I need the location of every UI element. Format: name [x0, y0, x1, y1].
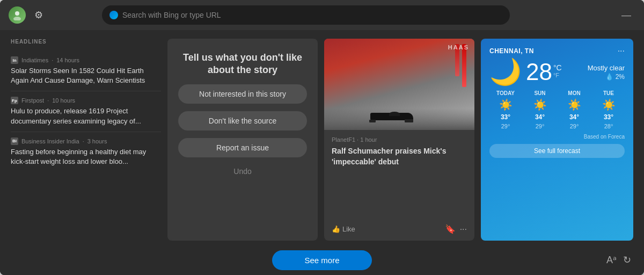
news-source-3: BI Business Insider India · 3 hours: [11, 138, 161, 145]
weather-desc-block: Mostly clear 💧 2%: [588, 64, 625, 81]
source-icon-3: BI: [11, 138, 18, 145]
bing-icon: [109, 11, 118, 19]
f1-card-image: HAAS: [324, 39, 474, 130]
headlines-panel: HEADLINES In Indiatimes · 14 hours Solar…: [11, 39, 161, 241]
source-name-3: Business Insider India: [21, 138, 79, 144]
like-icon: 👍: [332, 225, 340, 233]
f1-title: Ralf Schumacher praises Mick's 'impeccab…: [332, 146, 467, 219]
forecast-icon-3: ☀️: [602, 98, 616, 111]
news-source-2: Fp Firstpost · 10 hours: [11, 97, 161, 104]
minimize-button[interactable]: —: [617, 8, 635, 23]
refresh-icon[interactable]: ↻: [623, 254, 631, 266]
weather-description: Mostly clear: [588, 64, 625, 72]
not-interested-button[interactable]: Not interested in this story: [178, 84, 307, 104]
weather-source-text: Based on Foreca: [489, 134, 625, 140]
f1-bookmark-button[interactable]: 🔖: [445, 224, 456, 234]
f1-actions: 👍 Like 🔖 ···: [332, 224, 467, 234]
search-placeholder: Search with Bing or type URL: [122, 11, 221, 19]
svg-point-0: [15, 11, 19, 16]
top-bar: ⚙ Search with Bing or type URL —: [0, 0, 644, 30]
f1-actions-right: 🔖 ···: [445, 224, 467, 234]
source-time-val-2: 10 hours: [52, 97, 75, 104]
f1-news-card[interactable]: HAAS PlanetF1 · 1 hour Ralf Schumacher p…: [324, 39, 474, 241]
source-name-2: Firstpost: [21, 97, 44, 104]
forecast-label-0: TODAY: [496, 90, 515, 96]
weather-main: 🌙 28 °C °F Mostly clear 💧 2%: [489, 59, 625, 85]
news-item-2[interactable]: Fp Firstpost · 10 hours Hulu to produce,…: [11, 91, 161, 132]
source-icon-2: Fp: [11, 97, 18, 104]
weather-header: CHENNAI, TN ···: [489, 46, 625, 56]
news-title-2: Hulu to produce, release 1619 Project do…: [11, 106, 161, 126]
weather-panel: CHENNAI, TN ··· 🌙 28 °C °F Mostly clear: [481, 39, 633, 241]
forecast-high-0: 33°: [501, 113, 510, 121]
news-title-3: Fasting before beginning a healthy diet …: [11, 147, 161, 167]
feedback-card: Tell us what you don't like about the st…: [167, 39, 318, 241]
source-time-val-3: 3 hours: [87, 138, 107, 144]
news-title-1: Solar Storms Seen In 1582 Could Hit Eart…: [11, 66, 161, 85]
report-issue-button[interactable]: Report an issue: [178, 138, 307, 157]
forecast-high-1: 34°: [535, 113, 545, 121]
forecast-mon: MON ☀️ 34° 29°: [558, 90, 590, 129]
see-full-forecast-button[interactable]: See full forecast: [489, 144, 625, 158]
see-more-button[interactable]: See more: [272, 250, 371, 270]
forecast-low-2: 29°: [570, 123, 579, 129]
forecast-tue: TUE ☀️ 33° 28°: [592, 90, 625, 129]
feedback-title: Tell us what you don't like about the st…: [178, 52, 307, 77]
forecast-label-3: TUE: [603, 90, 614, 96]
f1-card-body: PlanetF1 · 1 hour Ralf Schumacher praise…: [324, 130, 474, 241]
svg-point-1: [13, 17, 21, 20]
forecast-low-3: 28°: [604, 123, 613, 129]
forecast-sun: SUN ☀️ 34° 29°: [524, 90, 556, 129]
haas-logo: HAAS: [448, 44, 469, 50]
settings-icon[interactable]: ⚙: [32, 7, 45, 23]
forecast-today: TODAY ☀️ 33° 29°: [489, 90, 522, 129]
weather-forecast: TODAY ☀️ 33° 29° SUN ☀️ 34° 29° MON ☀️ 3…: [489, 90, 625, 129]
source-time-1: ·: [52, 57, 53, 63]
avatar[interactable]: [9, 6, 26, 24]
bottom-right-icons: Aᵃ ↻: [606, 254, 631, 266]
source-time-val-1: 14 hours: [56, 57, 79, 63]
news-item-1[interactable]: In Indiatimes · 14 hours Solar Storms Se…: [11, 51, 161, 91]
f1-source: PlanetF1 · 1 hour: [332, 136, 467, 143]
source-sep-2: ·: [47, 97, 49, 104]
f1-like-button[interactable]: 👍 Like: [332, 225, 355, 233]
forecast-label-1: SUN: [534, 90, 545, 96]
weather-unit-c: °C: [553, 63, 562, 72]
news-source-1: In Indiatimes · 14 hours: [11, 56, 161, 64]
dont-like-source-button[interactable]: Don't like the source: [178, 111, 307, 131]
forecast-high-2: 34°: [569, 113, 579, 121]
search-bar[interactable]: Search with Bing or type URL: [102, 5, 510, 25]
weather-city: CHENNAI, TN: [489, 47, 534, 55]
forecast-low-1: 29°: [536, 123, 545, 129]
source-icon-1: In: [11, 56, 18, 64]
forecast-icon-2: ☀️: [568, 98, 581, 111]
forecast-high-3: 33°: [604, 113, 613, 121]
forecast-low-0: 29°: [501, 123, 510, 129]
like-label: Like: [342, 225, 355, 233]
weather-precipitation: 💧 2%: [588, 73, 625, 81]
f1-more-button[interactable]: ···: [460, 224, 467, 234]
source-name-1: Indiatimes: [21, 57, 48, 63]
bottom-bar: See more Aᵃ ↻: [0, 245, 644, 275]
headlines-label: HEADLINES: [11, 39, 161, 45]
source-sep-3: ·: [83, 138, 84, 144]
forecast-label-2: MON: [568, 90, 580, 96]
content-area: HEADLINES In Indiatimes · 14 hours Solar…: [0, 30, 644, 245]
moon-icon: 🌙: [489, 59, 522, 85]
weather-temperature: 28: [526, 60, 552, 84]
forecast-icon-0: ☀️: [499, 98, 513, 111]
browser-window: ⚙ Search with Bing or type URL — HEADLIN…: [0, 0, 644, 275]
weather-unit-f: °F: [553, 72, 562, 78]
forecast-icon-1: ☀️: [533, 98, 547, 111]
news-item-3[interactable]: BI Business Insider India · 3 hours Fast…: [11, 132, 161, 172]
weather-more-button[interactable]: ···: [618, 46, 625, 56]
undo-button[interactable]: Undo: [231, 165, 253, 178]
weather-temp-block: 28 °C °F: [526, 60, 562, 84]
accessibility-icon[interactable]: Aᵃ: [606, 254, 617, 266]
